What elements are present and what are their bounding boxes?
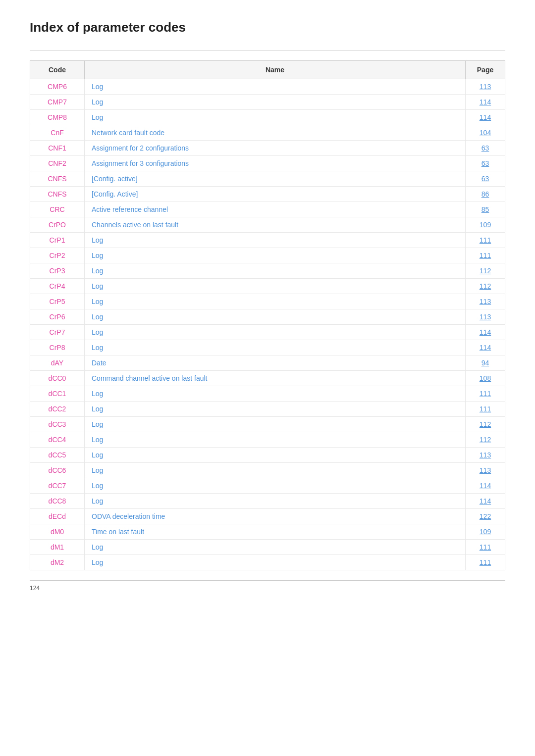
cell-page[interactable]: 122: [466, 509, 505, 524]
cell-page[interactable]: 113: [466, 79, 505, 95]
cell-page[interactable]: 114: [466, 325, 505, 340]
cell-code: CrP3: [30, 263, 85, 279]
cell-name: Log: [85, 95, 466, 110]
cell-page[interactable]: 111: [466, 386, 505, 402]
cell-name: Log: [85, 110, 466, 125]
cell-page[interactable]: 94: [466, 355, 505, 371]
cell-name: Log: [85, 79, 466, 95]
table-row: CrP8Log114: [30, 340, 505, 355]
bottom-divider: [30, 580, 505, 581]
cell-page[interactable]: 104: [466, 125, 505, 141]
cell-code: CrP6: [30, 309, 85, 325]
cell-code: CMP6: [30, 79, 85, 95]
cell-name: [Config. active]: [85, 171, 466, 187]
cell-name: Time on last fault: [85, 524, 466, 540]
cell-code: dCC2: [30, 402, 85, 417]
cell-page[interactable]: 109: [466, 217, 505, 233]
col-header-name: Name: [85, 61, 466, 79]
cell-code: dCC0: [30, 371, 85, 386]
cell-page[interactable]: 63: [466, 141, 505, 156]
cell-name: Log: [85, 279, 466, 294]
cell-page[interactable]: 86: [466, 187, 505, 202]
cell-name: Assignment for 3 configurations: [85, 156, 466, 171]
cell-code: CrP8: [30, 340, 85, 355]
table-row: dAYDate94: [30, 355, 505, 371]
cell-code: dM1: [30, 540, 85, 555]
cell-page[interactable]: 114: [466, 478, 505, 494]
cell-code: CrPO: [30, 217, 85, 233]
table-header-row: Code Name Page: [30, 61, 505, 79]
cell-code: CNF1: [30, 141, 85, 156]
table-row: dM2Log111: [30, 555, 505, 570]
cell-code: dAY: [30, 355, 85, 371]
cell-page[interactable]: 114: [466, 95, 505, 110]
cell-page[interactable]: 63: [466, 156, 505, 171]
cell-page[interactable]: 113: [466, 309, 505, 325]
cell-page[interactable]: 111: [466, 540, 505, 555]
cell-code: CNF2: [30, 156, 85, 171]
table-row: CMP7Log114: [30, 95, 505, 110]
cell-name: Log: [85, 494, 466, 509]
cell-page[interactable]: 113: [466, 448, 505, 463]
cell-page[interactable]: 112: [466, 432, 505, 448]
cell-page[interactable]: 112: [466, 263, 505, 279]
cell-code: CrP2: [30, 248, 85, 263]
table-row: dCC5Log113: [30, 448, 505, 463]
table-row: CrP7Log114: [30, 325, 505, 340]
cell-name: Network card fault code: [85, 125, 466, 141]
cell-page[interactable]: 113: [466, 294, 505, 309]
cell-name: Log: [85, 463, 466, 478]
cell-name: Log: [85, 540, 466, 555]
table-row: dECdODVA deceleration time122: [30, 509, 505, 524]
cell-name: Log: [85, 432, 466, 448]
cell-code: dM0: [30, 524, 85, 540]
table-row: dCC0Command channel active on last fault…: [30, 371, 505, 386]
cell-code: dM2: [30, 555, 85, 570]
table-row: CrP1Log111: [30, 233, 505, 248]
page-title: Index of parameter codes: [30, 20, 505, 35]
table-row: dCC2Log111: [30, 402, 505, 417]
cell-page[interactable]: 109: [466, 524, 505, 540]
col-header-code: Code: [30, 61, 85, 79]
cell-name: Command channel active on last fault: [85, 371, 466, 386]
cell-code: dECd: [30, 509, 85, 524]
cell-name: Log: [85, 555, 466, 570]
cell-page[interactable]: 108: [466, 371, 505, 386]
cell-name: Log: [85, 309, 466, 325]
table-row: CrP2Log111: [30, 248, 505, 263]
table-row: CMP6Log113: [30, 79, 505, 95]
cell-code: CRC: [30, 202, 85, 217]
col-header-page: Page: [466, 61, 505, 79]
cell-page[interactable]: 113: [466, 463, 505, 478]
table-row: CrPOChannels active on last fault109: [30, 217, 505, 233]
table-row: CRCActive reference channel85: [30, 202, 505, 217]
table-row: dCC1Log111: [30, 386, 505, 402]
cell-page[interactable]: 111: [466, 248, 505, 263]
cell-page[interactable]: 112: [466, 417, 505, 432]
cell-name: ODVA deceleration time: [85, 509, 466, 524]
table-row: CrP6Log113: [30, 309, 505, 325]
cell-code: CrP4: [30, 279, 85, 294]
cell-name: Log: [85, 386, 466, 402]
cell-name: Log: [85, 233, 466, 248]
table-row: CrP4Log112: [30, 279, 505, 294]
cell-page[interactable]: 114: [466, 340, 505, 355]
cell-name: Log: [85, 325, 466, 340]
cell-name: Date: [85, 355, 466, 371]
cell-name: Log: [85, 294, 466, 309]
cell-page[interactable]: 114: [466, 494, 505, 509]
table-row: CrP5Log113: [30, 294, 505, 309]
table-row: dCC7Log114: [30, 478, 505, 494]
cell-page[interactable]: 63: [466, 171, 505, 187]
cell-page[interactable]: 111: [466, 555, 505, 570]
cell-code: dCC4: [30, 432, 85, 448]
cell-name: Log: [85, 417, 466, 432]
cell-page[interactable]: 85: [466, 202, 505, 217]
cell-page[interactable]: 111: [466, 402, 505, 417]
cell-code: dCC7: [30, 478, 85, 494]
cell-name: Log: [85, 478, 466, 494]
cell-code: CMP7: [30, 95, 85, 110]
cell-page[interactable]: 114: [466, 110, 505, 125]
cell-page[interactable]: 112: [466, 279, 505, 294]
cell-page[interactable]: 111: [466, 233, 505, 248]
